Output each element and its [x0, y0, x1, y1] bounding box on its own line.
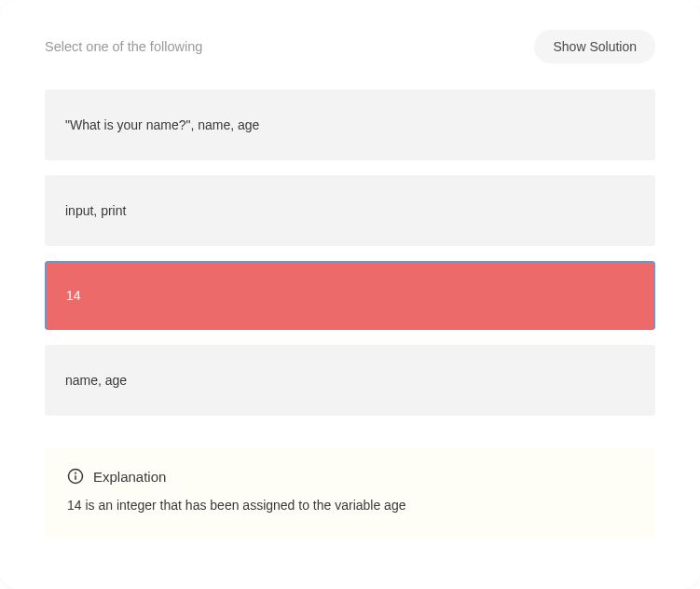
quiz-header: Select one of the following Show Solutio… — [45, 30, 655, 63]
explanation-box: Explanation 14 is an integer that has be… — [45, 447, 655, 538]
quiz-option-selected-incorrect[interactable]: 14 — [45, 261, 655, 330]
explanation-text: 14 is an integer that has been assigned … — [67, 496, 633, 515]
show-solution-button[interactable]: Show Solution — [534, 30, 655, 63]
quiz-option[interactable]: input, print — [45, 175, 655, 246]
explanation-title: Explanation — [93, 469, 166, 485]
explanation-header: Explanation — [67, 468, 633, 485]
svg-point-2 — [75, 473, 76, 473]
quiz-option[interactable]: name, age — [45, 345, 655, 416]
quiz-prompt: Select one of the following — [45, 39, 202, 54]
quiz-option[interactable]: "What is your name?", name, age — [45, 89, 655, 160]
info-icon — [67, 468, 84, 485]
quiz-card: Select one of the following Show Solutio… — [0, 0, 700, 589]
